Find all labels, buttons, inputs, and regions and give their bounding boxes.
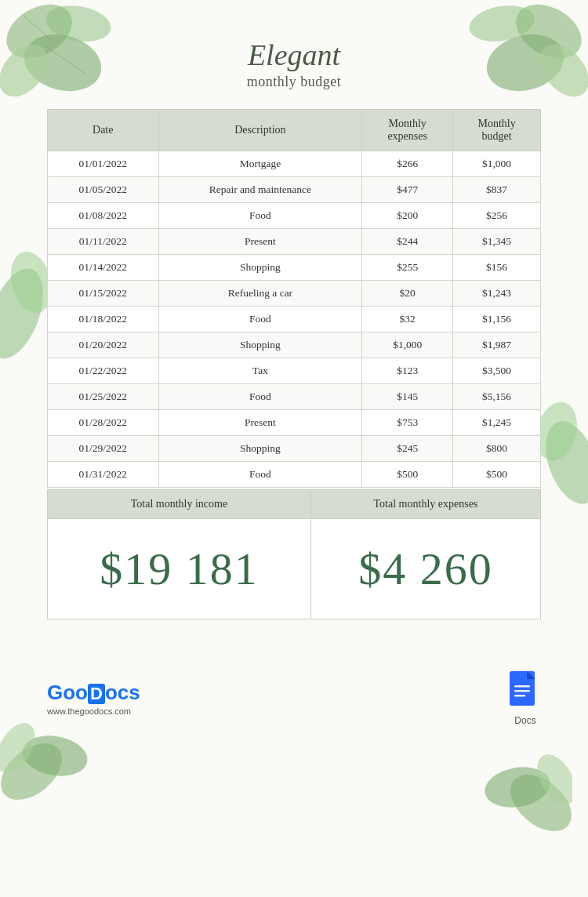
budget-table: Date Description Monthlyexpenses Monthly… bbox=[47, 109, 541, 488]
title-elegant: Elegant bbox=[47, 39, 541, 72]
cell-description: Food bbox=[158, 306, 362, 332]
income-value: $19 181 bbox=[100, 543, 259, 594]
table-row: 01/22/2022Tax$123$3,500 bbox=[48, 358, 541, 383]
cell-budget: $1,245 bbox=[453, 409, 541, 435]
footer-section: GooDocs www.thegoodocs.com Docs bbox=[0, 659, 588, 739]
summary-table: Total monthly income Total monthly expen… bbox=[47, 489, 541, 619]
table-row: 01/25/2022Food$145$5,156 bbox=[48, 383, 541, 409]
income-value-cell: $19 181 bbox=[48, 518, 311, 619]
cell-budget: $1,000 bbox=[453, 151, 541, 176]
cell-description: Food bbox=[158, 383, 362, 409]
title-section: Elegant monthly budget bbox=[47, 39, 541, 90]
cell-expenses: $477 bbox=[362, 176, 453, 202]
cell-expenses: $123 bbox=[362, 358, 453, 383]
cell-date: 01/01/2022 bbox=[48, 151, 159, 176]
cell-expenses: $753 bbox=[362, 409, 453, 435]
cell-description: Food bbox=[158, 461, 362, 487]
col-header-description: Description bbox=[158, 109, 362, 151]
income-label: Total monthly income bbox=[48, 489, 311, 518]
main-content: Elegant monthly budget Date Description … bbox=[0, 0, 588, 635]
title-subtitle: monthly budget bbox=[47, 74, 541, 90]
cell-expenses: $200 bbox=[362, 202, 453, 228]
cell-expenses: $266 bbox=[362, 151, 453, 176]
cell-budget: $1,987 bbox=[453, 332, 541, 358]
cell-budget: $256 bbox=[453, 202, 541, 228]
expenses-label: Total monthly expenses bbox=[310, 489, 540, 518]
table-row: 01/28/2022Present$753$1,245 bbox=[48, 409, 541, 435]
svg-point-18 bbox=[481, 762, 553, 812]
cell-description: Repair and maintenance bbox=[158, 176, 362, 202]
svg-rect-24 bbox=[514, 690, 530, 692]
table-row: 01/05/2022Repair and maintenance$477$837 bbox=[48, 176, 541, 202]
cell-budget: $5,156 bbox=[453, 383, 541, 409]
cell-budget: $837 bbox=[453, 176, 541, 202]
logo-section: GooDocs www.thegoodocs.com bbox=[47, 681, 140, 716]
cell-date: 01/22/2022 bbox=[48, 358, 159, 383]
logo-goo: Goo bbox=[47, 681, 88, 704]
cell-budget: $156 bbox=[453, 254, 541, 280]
docs-file-icon bbox=[510, 671, 541, 712]
cell-expenses: $1,000 bbox=[362, 332, 453, 358]
cell-date: 01/18/2022 bbox=[48, 306, 159, 332]
cell-date: 01/08/2022 bbox=[48, 202, 159, 228]
docs-label: Docs bbox=[514, 715, 535, 726]
cell-budget: $500 bbox=[453, 461, 541, 487]
cell-date: 01/11/2022 bbox=[48, 228, 159, 254]
table-row: 01/15/2022Refueling a car$20$1,243 bbox=[48, 280, 541, 306]
cell-expenses: $20 bbox=[362, 280, 453, 306]
cell-description: Present bbox=[158, 409, 362, 435]
expenses-value-cell: $4 260 bbox=[310, 518, 540, 619]
cell-date: 01/25/2022 bbox=[48, 383, 159, 409]
cell-expenses: $32 bbox=[362, 306, 453, 332]
cell-budget: $800 bbox=[453, 435, 541, 461]
col-header-expenses: Monthlyexpenses bbox=[362, 109, 453, 151]
cell-date: 01/15/2022 bbox=[48, 280, 159, 306]
cell-description: Mortgage bbox=[158, 151, 362, 176]
svg-point-19 bbox=[529, 748, 572, 812]
cell-budget: $1,243 bbox=[453, 280, 541, 306]
logo-text: GooDocs bbox=[47, 681, 140, 705]
svg-point-17 bbox=[500, 764, 572, 834]
cell-budget: $1,345 bbox=[453, 228, 541, 254]
cell-expenses: $500 bbox=[362, 461, 453, 487]
table-row: 01/11/2022Present$244$1,345 bbox=[48, 228, 541, 254]
docs-icon-section: Docs bbox=[510, 671, 541, 726]
cell-description: Tax bbox=[158, 358, 362, 383]
logo-ocs: ocs bbox=[105, 681, 140, 704]
cell-budget: $1,156 bbox=[453, 306, 541, 332]
table-row: 01/20/2022Shopping$1,000$1,987 bbox=[48, 332, 541, 358]
summary-header-row: Total monthly income Total monthly expen… bbox=[48, 489, 541, 518]
cell-expenses: $245 bbox=[362, 435, 453, 461]
cell-expenses: $145 bbox=[362, 383, 453, 409]
cell-description: Present bbox=[158, 228, 362, 254]
cell-date: 01/31/2022 bbox=[48, 461, 159, 487]
cell-description: Food bbox=[158, 202, 362, 228]
cell-date: 01/29/2022 bbox=[48, 435, 159, 461]
cell-description: Shopping bbox=[158, 435, 362, 461]
cell-expenses: $244 bbox=[362, 228, 453, 254]
col-header-date: Date bbox=[48, 109, 159, 151]
logo-website: www.thegoodocs.com bbox=[47, 706, 140, 716]
leaf-bottom-right-decoration bbox=[455, 740, 572, 834]
cell-date: 01/20/2022 bbox=[48, 332, 159, 358]
table-row: 01/18/2022Food$32$1,156 bbox=[48, 306, 541, 332]
table-row: 01/31/2022Food$500$500 bbox=[48, 461, 541, 487]
cell-description: Shopping bbox=[158, 254, 362, 280]
cell-expenses: $255 bbox=[362, 254, 453, 280]
table-row: 01/14/2022Shopping$255$156 bbox=[48, 254, 541, 280]
svg-rect-25 bbox=[514, 695, 525, 697]
cell-description: Refueling a car bbox=[158, 280, 362, 306]
logo-d-box: D bbox=[88, 684, 105, 704]
cell-date: 01/28/2022 bbox=[48, 409, 159, 435]
table-row: 01/08/2022Food$200$256 bbox=[48, 202, 541, 228]
col-header-budget: Monthlybudget bbox=[453, 109, 541, 151]
page-wrapper: Elegant monthly budget Date Description … bbox=[0, 0, 588, 897]
svg-point-14 bbox=[0, 732, 72, 803]
cell-date: 01/14/2022 bbox=[48, 254, 159, 280]
expenses-value: $4 260 bbox=[358, 543, 493, 594]
cell-budget: $3,500 bbox=[453, 358, 541, 383]
svg-rect-23 bbox=[514, 685, 530, 688]
table-row: 01/29/2022Shopping$245$800 bbox=[48, 435, 541, 461]
table-row: 01/01/2022Mortgage$266$1,000 bbox=[48, 151, 541, 176]
cell-description: Shopping bbox=[158, 332, 362, 358]
